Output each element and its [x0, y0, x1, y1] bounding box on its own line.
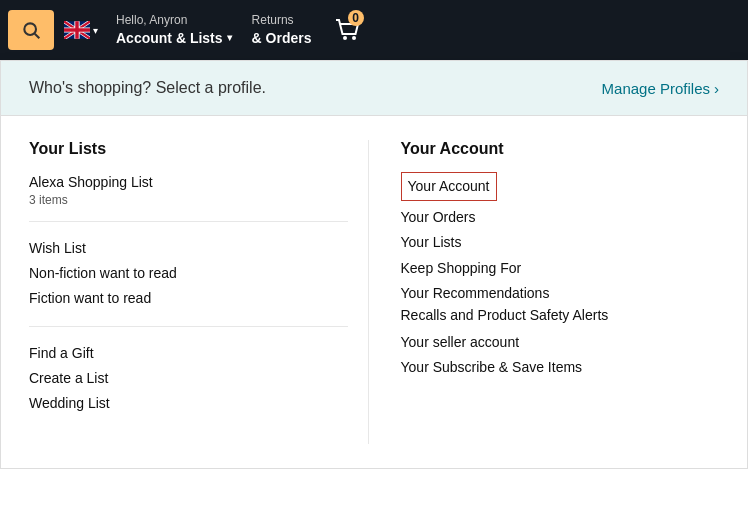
nonfiction-list-link[interactable]: Non-fiction want to read [29, 261, 348, 286]
manage-profiles-link[interactable]: Manage Profiles › [602, 80, 719, 97]
menu-columns: Your Lists Alexa Shopping List 3 items W… [1, 116, 747, 468]
your-lists-link[interactable]: Your Lists [401, 230, 720, 255]
your-lists-heading: Your Lists [29, 140, 348, 158]
list-group-gift: Find a Gift Create a List Wedding List [29, 341, 348, 431]
account-dropdown-panel: Who's shopping? Select a profile. Manage… [0, 60, 748, 469]
hello-text: Hello, Anyron [116, 13, 232, 29]
alexa-shopping-list-sub: 3 items [29, 193, 348, 207]
cart-button[interactable]: 0 [324, 8, 372, 52]
svg-point-3 [343, 36, 347, 40]
your-account-column: Your Account Your Account Your Orders Yo… [369, 140, 720, 444]
fiction-list-link[interactable]: Fiction want to read [29, 286, 348, 311]
profile-banner-text: Who's shopping? Select a profile. [29, 79, 266, 97]
svg-line-1 [35, 34, 40, 39]
subscribe-save-link[interactable]: Your Subscribe & Save Items [401, 355, 720, 380]
your-account-heading: Your Account [401, 140, 720, 158]
account-lists-label: Account & Lists ▾ [116, 29, 232, 47]
wedding-list-link[interactable]: Wedding List [29, 391, 348, 416]
account-chevron-icon: ▾ [227, 31, 232, 44]
list-group-wishlists: Wish List Non-fiction want to read Ficti… [29, 236, 348, 327]
search-button[interactable] [8, 10, 54, 50]
your-orders-link[interactable]: Your Orders [401, 205, 720, 230]
your-recommendations-link[interactable]: Your Recommendations [401, 281, 720, 306]
cart-count-badge: 0 [348, 10, 364, 26]
svg-point-4 [352, 36, 356, 40]
create-list-link[interactable]: Create a List [29, 366, 348, 391]
profile-banner: Who's shopping? Select a profile. Manage… [1, 61, 747, 116]
header: ▾ Hello, Anyron Account & Lists ▾ Return… [0, 0, 748, 60]
account-lists-button[interactable]: Hello, Anyron Account & Lists ▾ [108, 9, 240, 51]
your-lists-column: Your Lists Alexa Shopping List 3 items W… [29, 140, 369, 444]
manage-profiles-chevron-icon: › [714, 80, 719, 97]
recalls-link[interactable]: Recalls and Product Safety Alerts [401, 306, 720, 326]
svg-point-0 [24, 23, 36, 35]
uk-flag-icon [64, 21, 90, 39]
your-account-link[interactable]: Your Account [401, 172, 720, 201]
returns-orders-button[interactable]: Returns & Orders [244, 9, 320, 51]
find-gift-link[interactable]: Find a Gift [29, 341, 348, 366]
seller-account-link[interactable]: Your seller account [401, 330, 720, 355]
language-selector[interactable]: ▾ [58, 17, 104, 43]
keep-shopping-link[interactable]: Keep Shopping For [401, 256, 720, 281]
search-icon [21, 20, 41, 40]
list-item[interactable]: Alexa Shopping List 3 items [29, 172, 348, 207]
wish-list-link[interactable]: Wish List [29, 236, 348, 261]
list-group-alexa: Alexa Shopping List 3 items [29, 172, 348, 222]
lang-chevron-icon: ▾ [93, 25, 98, 36]
returns-label-line2: & Orders [252, 29, 312, 47]
returns-label-line1: Returns [252, 13, 312, 29]
alexa-shopping-list-link[interactable]: Alexa Shopping List [29, 172, 348, 193]
